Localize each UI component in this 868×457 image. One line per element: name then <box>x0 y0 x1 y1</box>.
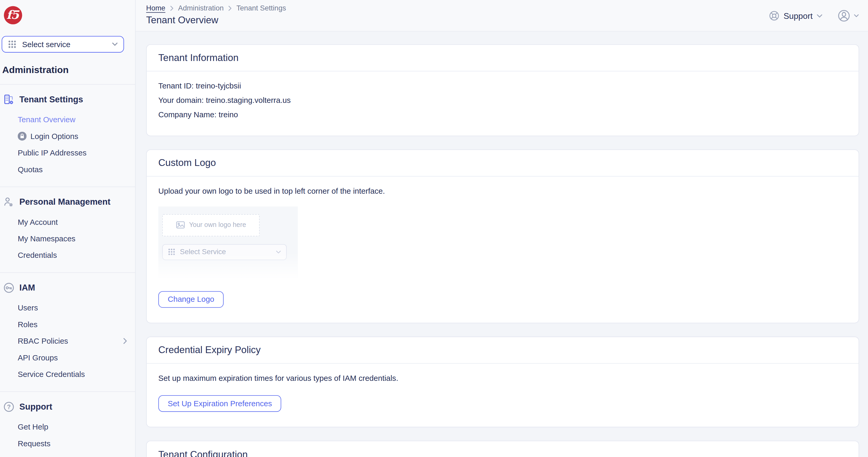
sidebar-item-credentials[interactable]: Credentials <box>0 247 135 263</box>
breadcrumb-home-link[interactable]: Home <box>146 4 165 12</box>
building-gear-icon <box>3 94 14 105</box>
sidebar-item-quotas[interactable]: Quotas <box>0 161 135 178</box>
avatar-icon <box>837 9 851 23</box>
chevron-down-icon <box>276 250 281 254</box>
breadcrumb-item-administration: Administration <box>178 4 223 12</box>
sidebar-item-my-account[interactable]: My Account <box>0 214 135 230</box>
select-service-label: Select service <box>22 40 70 49</box>
sidebar-nav: Tenant Settings Tenant Overview <box>0 84 135 457</box>
sidebar: f5 Select service Administration <box>0 0 135 457</box>
sidebar-item-api-groups[interactable]: API Groups <box>0 349 135 366</box>
question-icon: ? <box>3 401 14 412</box>
logo-placeholder-label: Your own logo here <box>189 220 246 230</box>
f5-logo: f5 <box>4 6 22 24</box>
setup-expiration-preferences-button[interactable]: Set Up Expiration Preferences <box>158 395 281 412</box>
breadcrumb-separator-icon <box>228 5 232 11</box>
page-title: Tenant Overview <box>146 14 218 26</box>
logo-preview: Your own logo here Select Service <box>158 206 298 278</box>
image-placeholder-icon <box>176 221 185 229</box>
logo-upload-description: Upload your own logo to be used in top l… <box>158 186 847 197</box>
card-title-credential-expiry-policy: Credential Expiry Policy <box>158 344 261 356</box>
credential-expiry-description: Set up maximum expiration times for vari… <box>158 373 847 384</box>
key-icon <box>3 282 14 294</box>
f5-logo-text: f5 <box>6 9 19 20</box>
header-actions: Support <box>769 0 859 32</box>
tenant-domain-line: Your domain: treino.staging.volterra.us <box>158 95 847 106</box>
support-menu-label: Support <box>783 11 812 21</box>
chevron-right-icon <box>123 338 127 344</box>
card-credential-expiry-policy: Credential Expiry Policy Set up maximum … <box>146 336 859 428</box>
sidebar-section-support: ? Support Get Help Requests <box>0 392 135 457</box>
svg-text:?: ? <box>7 404 11 410</box>
card-tenant-information: Tenant Information Tenant ID: treino-tyj… <box>146 44 859 136</box>
grid-icon <box>8 40 17 49</box>
breadcrumb: Home Administration Tenant Settings <box>146 4 286 12</box>
person-gear-icon <box>3 196 14 208</box>
sidebar-item-get-help[interactable]: Get Help <box>0 419 135 435</box>
preview-select-service-label: Select Service <box>180 247 226 257</box>
card-title-tenant-information: Tenant Information <box>158 52 239 64</box>
sidebar-item-service-credentials[interactable]: Service Credentials <box>0 366 135 383</box>
breadcrumb-separator-icon <box>170 5 174 11</box>
section-title-support: Support <box>19 402 52 412</box>
tenant-id-line: Tenant ID: treino-tyjcbsii <box>158 81 847 92</box>
account-menu[interactable] <box>837 9 859 23</box>
sidebar-item-tenant-overview[interactable]: Tenant Overview <box>0 111 135 128</box>
sidebar-item-users[interactable]: Users <box>0 299 135 316</box>
logo-placeholder: Your own logo here <box>162 214 260 236</box>
card-title-custom-logo: Custom Logo <box>158 157 216 169</box>
change-logo-button[interactable]: Change Logo <box>158 291 224 307</box>
sidebar-heading: Administration <box>2 65 69 75</box>
sidebar-item-public-ip-addresses[interactable]: Public IP Addresses <box>0 145 135 161</box>
sidebar-item-requests[interactable]: Requests <box>0 435 135 452</box>
breadcrumb-item-tenant-settings: Tenant Settings <box>236 4 286 12</box>
sidebar-item-rbac-policies[interactable]: RBAC Policies <box>0 333 135 349</box>
sidebar-section-personal-management: Personal Management My Account My Namesp… <box>0 187 135 272</box>
sidebar-item-login-options[interactable]: Login Options <box>0 128 135 145</box>
select-service-dropdown[interactable]: Select service <box>2 36 124 52</box>
lock-icon <box>18 132 27 141</box>
grid-icon <box>168 248 176 256</box>
support-menu[interactable]: Support <box>769 10 823 21</box>
section-title-tenant-settings: Tenant Settings <box>19 95 83 105</box>
section-title-iam: IAM <box>19 283 35 293</box>
section-title-personal-management: Personal Management <box>19 197 111 207</box>
sidebar-item-roles[interactable]: Roles <box>0 316 135 333</box>
preview-select-service: Select Service <box>162 244 287 260</box>
chevron-down-icon <box>854 14 859 18</box>
chevron-down-icon <box>816 13 823 18</box>
company-name-line: Company Name: treino <box>158 110 847 120</box>
lifebuoy-icon <box>769 10 779 21</box>
main-content: Tenant Information Tenant ID: treino-tyj… <box>135 32 868 457</box>
sidebar-section-iam: IAM Users Roles RBAC Policies <box>0 273 135 392</box>
card-custom-logo: Custom Logo Upload your own logo to be u… <box>146 149 859 323</box>
chevron-down-icon <box>112 42 118 47</box>
app-root: f5 Select service Administration <box>0 0 868 457</box>
card-tenant-configuration: Tenant Configuration <box>146 441 859 457</box>
sidebar-section-tenant-settings: Tenant Settings Tenant Overview <box>0 85 135 187</box>
sidebar-item-my-namespaces[interactable]: My Namespaces <box>0 230 135 247</box>
card-title-tenant-configuration: Tenant Configuration <box>158 449 248 457</box>
page-header: Home Administration Tenant Settings Tena… <box>135 0 868 32</box>
